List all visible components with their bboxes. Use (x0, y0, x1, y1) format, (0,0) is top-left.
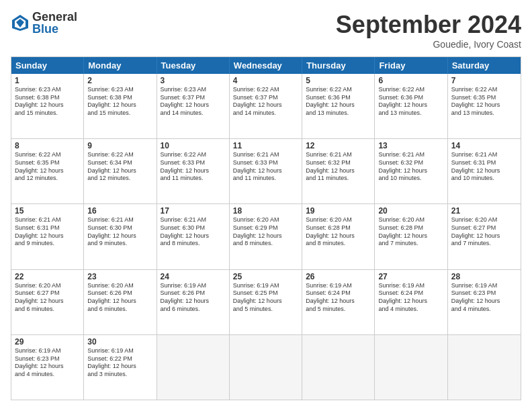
cell-2-2: 10Sunrise: 6:22 AM Sunset: 6:33 PM Dayli… (157, 139, 230, 203)
day-number: 28 (451, 272, 517, 281)
day-info: Sunrise: 6:20 AM Sunset: 6:27 PM Dayligh… (15, 282, 80, 314)
day-info: Sunrise: 6:19 AM Sunset: 6:22 PM Dayligh… (87, 347, 152, 379)
day-number: 20 (378, 206, 443, 216)
day-info: Sunrise: 6:20 AM Sunset: 6:28 PM Dayligh… (378, 216, 443, 248)
logo-icon (11, 13, 30, 32)
cell-5-4 (302, 335, 375, 400)
day-number: 15 (15, 206, 80, 216)
day-number: 21 (451, 206, 517, 216)
day-info: Sunrise: 6:20 AM Sunset: 6:26 PM Dayligh… (87, 282, 152, 314)
day-info: Sunrise: 6:22 AM Sunset: 6:33 PM Dayligh… (161, 151, 226, 183)
day-info: Sunrise: 6:22 AM Sunset: 6:37 PM Dayligh… (233, 86, 298, 118)
day-number: 25 (233, 272, 298, 281)
week-row-2: 8Sunrise: 6:22 AM Sunset: 6:35 PM Daylig… (11, 139, 521, 204)
day-number: 27 (378, 272, 443, 281)
logo-general: General (32, 11, 77, 23)
day-number: 10 (161, 141, 226, 150)
cell-5-1: 30Sunrise: 6:19 AM Sunset: 6:22 PM Dayli… (84, 335, 157, 400)
page: General Blue September 2024 Gouedie, Ivo… (0, 0, 532, 411)
day-number: 2 (87, 76, 152, 85)
cell-2-3: 11Sunrise: 6:21 AM Sunset: 6:33 PM Dayli… (230, 139, 302, 203)
day-info: Sunrise: 6:23 AM Sunset: 6:38 PM Dayligh… (87, 86, 152, 118)
day-info: Sunrise: 6:20 AM Sunset: 6:28 PM Dayligh… (306, 216, 371, 248)
calendar: Sunday Monday Tuesday Wednesday Thursday… (11, 56, 521, 400)
cell-3-3: 18Sunrise: 6:20 AM Sunset: 6:29 PM Dayli… (230, 204, 302, 269)
week-row-3: 15Sunrise: 6:21 AM Sunset: 6:31 PM Dayli… (11, 204, 521, 269)
logo-blue: Blue (32, 23, 77, 35)
header-sunday: Sunday (11, 57, 84, 74)
day-number: 12 (306, 141, 371, 150)
week-row-4: 22Sunrise: 6:20 AM Sunset: 6:27 PM Dayli… (11, 270, 521, 335)
calendar-header: Sunday Monday Tuesday Wednesday Thursday… (11, 57, 521, 74)
day-info: Sunrise: 6:19 AM Sunset: 6:23 PM Dayligh… (15, 347, 80, 379)
cell-4-1: 23Sunrise: 6:20 AM Sunset: 6:26 PM Dayli… (84, 270, 157, 334)
day-number: 5 (306, 76, 371, 85)
day-number: 9 (87, 141, 152, 150)
month-title: September 2024 (336, 11, 521, 39)
header-wednesday: Wednesday (230, 57, 302, 74)
cell-2-4: 12Sunrise: 6:21 AM Sunset: 6:32 PM Dayli… (302, 139, 375, 203)
cell-1-2: 3Sunrise: 6:23 AM Sunset: 6:37 PM Daylig… (157, 74, 230, 138)
cell-1-0: 1Sunrise: 6:23 AM Sunset: 6:38 PM Daylig… (11, 74, 84, 138)
day-number: 24 (161, 272, 226, 281)
day-info: Sunrise: 6:22 AM Sunset: 6:34 PM Dayligh… (87, 151, 152, 183)
cell-5-2 (157, 335, 230, 400)
cell-1-3: 4Sunrise: 6:22 AM Sunset: 6:37 PM Daylig… (230, 74, 302, 138)
location-subtitle: Gouedie, Ivory Coast (336, 39, 521, 50)
cell-3-2: 17Sunrise: 6:21 AM Sunset: 6:30 PM Dayli… (157, 204, 230, 269)
cell-5-6 (448, 335, 521, 400)
day-number: 19 (306, 206, 371, 216)
day-info: Sunrise: 6:22 AM Sunset: 6:35 PM Dayligh… (15, 151, 80, 183)
day-number: 8 (15, 141, 80, 150)
day-number: 13 (378, 141, 443, 150)
day-info: Sunrise: 6:21 AM Sunset: 6:31 PM Dayligh… (15, 216, 80, 248)
cell-1-4: 5Sunrise: 6:22 AM Sunset: 6:36 PM Daylig… (302, 74, 375, 138)
day-number: 22 (15, 272, 80, 281)
day-number: 4 (233, 76, 298, 85)
day-info: Sunrise: 6:21 AM Sunset: 6:30 PM Dayligh… (87, 216, 152, 248)
day-number: 26 (306, 272, 371, 281)
day-info: Sunrise: 6:23 AM Sunset: 6:38 PM Dayligh… (15, 86, 80, 118)
cell-4-4: 26Sunrise: 6:19 AM Sunset: 6:24 PM Dayli… (302, 270, 375, 334)
day-info: Sunrise: 6:22 AM Sunset: 6:36 PM Dayligh… (378, 86, 443, 118)
cell-4-0: 22Sunrise: 6:20 AM Sunset: 6:27 PM Dayli… (11, 270, 84, 334)
cell-5-0: 29Sunrise: 6:19 AM Sunset: 6:23 PM Dayli… (11, 335, 84, 400)
day-number: 16 (87, 206, 152, 216)
day-number: 23 (87, 272, 152, 281)
day-info: Sunrise: 6:21 AM Sunset: 6:31 PM Dayligh… (451, 151, 517, 183)
cell-5-3 (230, 335, 302, 400)
day-number: 14 (451, 141, 517, 150)
day-info: Sunrise: 6:19 AM Sunset: 6:23 PM Dayligh… (451, 282, 517, 314)
day-info: Sunrise: 6:21 AM Sunset: 6:32 PM Dayligh… (378, 151, 443, 183)
day-info: Sunrise: 6:19 AM Sunset: 6:26 PM Dayligh… (161, 282, 226, 314)
day-number: 6 (378, 76, 443, 85)
day-info: Sunrise: 6:23 AM Sunset: 6:37 PM Dayligh… (161, 86, 226, 118)
day-number: 30 (87, 337, 152, 347)
cell-2-6: 14Sunrise: 6:21 AM Sunset: 6:31 PM Dayli… (448, 139, 521, 203)
cell-3-1: 16Sunrise: 6:21 AM Sunset: 6:30 PM Dayli… (84, 204, 157, 269)
day-info: Sunrise: 6:22 AM Sunset: 6:36 PM Dayligh… (306, 86, 371, 118)
day-info: Sunrise: 6:21 AM Sunset: 6:30 PM Dayligh… (161, 216, 226, 248)
header-monday: Monday (84, 57, 157, 74)
cell-3-6: 21Sunrise: 6:20 AM Sunset: 6:27 PM Dayli… (448, 204, 521, 269)
day-number: 17 (161, 206, 226, 216)
cell-1-5: 6Sunrise: 6:22 AM Sunset: 6:36 PM Daylig… (375, 74, 447, 138)
header-friday: Friday (375, 57, 447, 74)
header-thursday: Thursday (302, 57, 375, 74)
day-number: 18 (233, 206, 298, 216)
cell-2-1: 9Sunrise: 6:22 AM Sunset: 6:34 PM Daylig… (84, 139, 157, 203)
cell-5-5 (375, 335, 447, 400)
cell-4-6: 28Sunrise: 6:19 AM Sunset: 6:23 PM Dayli… (448, 270, 521, 334)
title-area: September 2024 Gouedie, Ivory Coast (336, 11, 521, 50)
cell-2-0: 8Sunrise: 6:22 AM Sunset: 6:35 PM Daylig… (11, 139, 84, 203)
cell-3-0: 15Sunrise: 6:21 AM Sunset: 6:31 PM Dayli… (11, 204, 84, 269)
cell-2-5: 13Sunrise: 6:21 AM Sunset: 6:32 PM Dayli… (375, 139, 447, 203)
day-info: Sunrise: 6:22 AM Sunset: 6:35 PM Dayligh… (451, 86, 517, 118)
day-info: Sunrise: 6:20 AM Sunset: 6:27 PM Dayligh… (451, 216, 517, 248)
header-saturday: Saturday (448, 57, 521, 74)
day-number: 29 (15, 337, 80, 347)
cell-4-2: 24Sunrise: 6:19 AM Sunset: 6:26 PM Dayli… (157, 270, 230, 334)
cell-3-5: 20Sunrise: 6:20 AM Sunset: 6:28 PM Dayli… (375, 204, 447, 269)
day-number: 3 (161, 76, 226, 85)
day-info: Sunrise: 6:21 AM Sunset: 6:32 PM Dayligh… (306, 151, 371, 183)
